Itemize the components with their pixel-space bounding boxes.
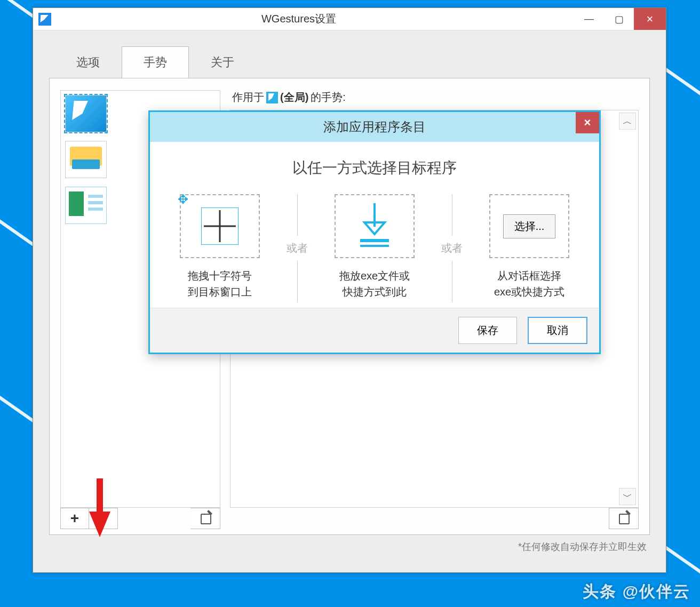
save-button[interactable]: 保存 bbox=[458, 317, 517, 344]
tab-options[interactable]: 选项 bbox=[54, 46, 122, 78]
maximize-button[interactable]: ▢ bbox=[604, 8, 634, 30]
folder-icon bbox=[65, 141, 107, 178]
scroll-up-button[interactable]: ︿ bbox=[619, 113, 636, 130]
drag-cross-target[interactable] bbox=[180, 194, 260, 258]
edit-gesture-button[interactable] bbox=[609, 508, 639, 529]
edit-app-button[interactable] bbox=[190, 508, 220, 529]
browse-button[interactable]: 选择... bbox=[503, 214, 556, 238]
choice-browse: 选择... 从对话框选择 exe或快捷方式 bbox=[474, 194, 584, 302]
choice-drag-cross: 拖拽十字符号 到目标窗口上 bbox=[165, 194, 275, 302]
window-icon bbox=[65, 187, 107, 224]
remove-app-button[interactable]: − bbox=[89, 508, 118, 529]
dialog-close-button[interactable]: × bbox=[576, 112, 599, 133]
close-button[interactable]: × bbox=[634, 8, 666, 30]
download-icon bbox=[354, 202, 395, 250]
tab-about[interactable]: 关于 bbox=[189, 46, 256, 78]
add-app-dialog: 添加应用程序条目 × 以任一方式选择目标程序 拖拽十字符号 到目标窗口上 或者 bbox=[148, 110, 601, 354]
move-icon bbox=[178, 192, 190, 205]
watermark: 头条 @伙伴云 bbox=[583, 581, 690, 603]
or-separator: 或者 bbox=[287, 194, 308, 302]
context-label: 作用于 (全局) 的手势: bbox=[230, 90, 639, 110]
add-app-button[interactable]: + bbox=[60, 508, 89, 529]
minimize-button[interactable]: — bbox=[574, 8, 604, 30]
pencil-icon bbox=[618, 513, 630, 524]
window-title: WGestures设置 bbox=[23, 12, 574, 26]
scroll-down-button[interactable]: ﹀ bbox=[619, 488, 636, 505]
crosshair-icon[interactable] bbox=[201, 207, 238, 245]
cancel-button[interactable]: 取消 bbox=[528, 317, 587, 344]
cursor-small-icon bbox=[266, 92, 278, 103]
choice-drop-exe: 拖放exe文件或 快捷方式到此 bbox=[320, 194, 429, 302]
app-icon bbox=[38, 13, 51, 26]
dialog-subtitle: 以任一方式选择目标程序 bbox=[165, 158, 584, 178]
or-separator: 或者 bbox=[441, 194, 463, 302]
pencil-icon bbox=[200, 513, 211, 524]
autosave-note: *任何修改自动保存并立即生效 bbox=[49, 535, 650, 565]
cursor-icon bbox=[65, 95, 107, 132]
titlebar[interactable]: WGestures设置 — ▢ × bbox=[33, 8, 666, 30]
dialog-title: 添加应用程序条目 bbox=[323, 118, 426, 135]
drop-file-target[interactable] bbox=[335, 194, 415, 258]
browse-area: 选择... bbox=[489, 194, 569, 258]
tab-gestures[interactable]: 手势 bbox=[122, 46, 189, 78]
